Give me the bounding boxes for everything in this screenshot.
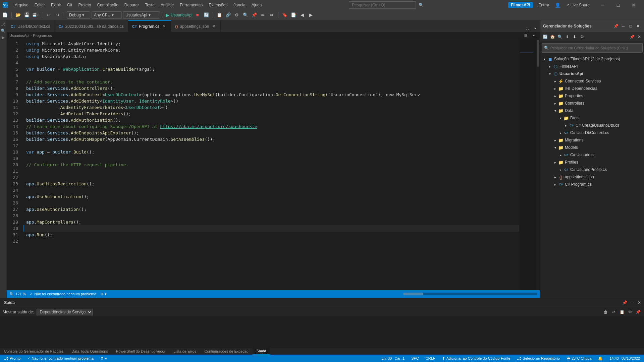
menu-exibir[interactable]: Exibir [48,1,64,9]
tree-item-14[interactable]: ▸📁Profiles [540,159,644,166]
menu-depurar[interactable]: Depurar [122,1,142,9]
more-actions-button[interactable]: ▾ [530,32,537,39]
search-se-input[interactable] [550,46,640,50]
output-pin-button[interactable]: 📌 [635,309,641,315]
tab-expand-button[interactable]: ⛶ [524,24,531,32]
open-file-button[interactable]: 📂 [14,11,22,19]
stop-button[interactable]: ■ [194,11,201,19]
tab-appsettings[interactable]: {} appsettings.json ✕ [171,20,221,32]
bottom-tab-0[interactable]: Console do Gerenciador de Pacotes [0,348,67,355]
bottom-close-button[interactable]: ✕ [636,299,643,306]
zoom-status[interactable]: 🔍 121 % [9,292,26,296]
se-filter-button[interactable]: 🔍 [556,34,563,40]
horizontal-scrollbar-thumb[interactable] [403,293,423,295]
entrar-button[interactable]: Entrar [536,2,552,8]
bottom-pin-button[interactable]: 📌 [621,299,628,306]
live-share-button[interactable]: ↗ Live Share [563,2,592,8]
menu-git[interactable]: Git [64,1,75,9]
menu-ferramentas[interactable]: Ferramentas [177,1,205,9]
tree-item-10[interactable]: ▸C#C# UserDbContext.cs [540,129,644,136]
search-input[interactable] [349,1,416,9]
output-settings-button[interactable]: ⚙ [627,309,633,315]
notification-icon-bell[interactable]: 🔔 [597,356,604,361]
toolbar-btn-11[interactable]: ⬅ [259,11,267,19]
tree-item-0[interactable]: ▾◼Solução 'FilmesAPI' (2 de 2 projetos) [540,55,644,63]
output-source-select[interactable]: Dependências de Serviço [37,309,93,315]
menu-compilacao[interactable]: Compilação [94,1,121,9]
toolbar-btn-6[interactable]: 📋 [216,11,223,19]
run-button[interactable]: ▶ UsuariosApi [166,12,193,18]
se-expand-button[interactable]: ⬇ [571,34,578,40]
menu-teste[interactable]: Teste [142,1,157,9]
tree-item-5[interactable]: ▸📁Properties [540,92,644,100]
settings-status[interactable]: ⚙ ▾ [100,292,107,296]
tree-item-1[interactable]: ▸⬡FilmesAPI [540,63,644,70]
git-status[interactable]: ⎇ Pronto [3,356,22,361]
se-sync-button[interactable]: 🔄 [542,34,548,40]
menu-arquivo[interactable]: Arquivo [12,1,31,9]
toolbar-btn-9[interactable]: 🔍 [242,11,249,19]
line-ending-status[interactable]: CRLF [424,356,437,360]
panel-expand-button[interactable]: □ [627,23,634,29]
redo-button[interactable]: ↪ [54,11,61,19]
tree-item-3[interactable]: ▸⚡Connected Services [540,77,644,85]
tree-item-15[interactable]: ▸C#C# UsuarioProfile.cs [540,166,644,173]
toolbar-btn-12[interactable]: ➡ [268,11,275,19]
tree-item-11[interactable]: ▸📁Migrations [540,136,644,144]
code-editor[interactable]: 1234567891011121314151617181920212223242… [7,39,540,290]
panel-minimize-button[interactable]: ─ [620,23,627,29]
warnings-status[interactable]: ⚙ ▾ [99,356,108,361]
undo-button[interactable]: ↩ [45,11,52,19]
menu-analise[interactable]: Análise [158,1,176,9]
toolbar-btn-13[interactable]: 🔖 [281,11,288,19]
tree-item-2[interactable]: ▾⬡UsuariosApi [540,70,644,77]
menu-projeto[interactable]: Projeto [75,1,94,9]
activity-run-icon[interactable]: ▶ [1,35,6,40]
scrollbar[interactable] [536,39,540,290]
solution-explorer-search[interactable]: 🔍 [542,43,643,53]
se-collapse-button[interactable]: ⬆ [564,34,571,40]
close-button[interactable]: ✕ [626,0,641,10]
encoding-status[interactable]: SPC [410,356,420,360]
panel-close-button[interactable]: ✕ [635,23,641,29]
startup-project-dropdown[interactable]: UsuariosApi ▾ [123,11,160,19]
output-copy-button[interactable]: 📋 [619,309,625,315]
menu-editar[interactable]: Editar [32,1,48,9]
output-clear-button[interactable]: 🗑 [602,309,609,315]
tab-userdbcontext[interactable]: C# UserDbContext.cs [7,20,54,32]
tab-migration[interactable]: C# 20221003163I3...se da dados.cs [54,20,128,32]
bottom-tab-1[interactable]: Data Tools Operations [67,348,112,355]
save-all-button[interactable]: 💾+ [32,11,39,19]
tab-close-button[interactable]: ✕ [161,24,167,29]
se-settings-button[interactable]: ⚙ [579,34,585,40]
tree-item-13[interactable]: ▸C#C# Usuario.cs [540,151,644,159]
ln-col-status[interactable]: Ln: 30 Car: 1 [380,356,406,360]
new-file-button[interactable]: 📄 [1,11,9,19]
menu-extensoes[interactable]: Extensões [206,1,230,9]
bottom-tab-2[interactable]: PowerShell do Desenvolvedor [112,348,169,355]
se-home-button[interactable]: 🏠 [549,34,556,40]
tree-item-12[interactable]: ▾📁Models [540,144,644,151]
panel-pin-button[interactable]: 📌 [612,23,619,29]
tree-item-4[interactable]: ▸📁#⊕ Dependências [540,85,644,92]
weather-status[interactable]: 🌦 23°C Chuva [565,356,593,360]
toolbar-btn-14[interactable]: 📑 [290,11,297,19]
tree-item-17[interactable]: ▸C#C# Program.cs [540,181,644,188]
toolbar-btn-15[interactable]: ◀ [299,11,306,19]
platform-dropdown[interactable]: Any CPU ▾ [92,11,122,19]
se-close2-button[interactable]: ✕ [636,34,643,40]
select-repo-status[interactable]: ⎇ Selecionar Repositório [516,356,561,361]
restart-button[interactable]: 🔄 [203,11,210,19]
activity-git-icon[interactable]: ⎇ [1,21,6,27]
se-pin2-button[interactable]: 📌 [629,34,635,40]
tree-item-9[interactable]: ▸C#C# CreateUsuarioDto.cs [540,122,644,129]
code-content[interactable]: using Microsoft.AspNetCore.Identity;usin… [23,39,519,290]
bottom-tab-5[interactable]: Saída [253,348,270,355]
tree-item-6[interactable]: ▸📁Controllers [540,100,644,107]
bottom-minimize-button[interactable]: ─ [629,299,635,306]
tab-program[interactable]: C# Program.cs ✕ [128,20,171,32]
activity-search-icon[interactable]: 🔍 [1,28,6,34]
bottom-tab-3[interactable]: Lista de Erros [169,348,200,355]
tab-more-button[interactable]: ▾ [531,24,539,32]
source-control-status[interactable]: ⬆ Adicionar ao Controle do Código-Fonte [441,356,512,361]
